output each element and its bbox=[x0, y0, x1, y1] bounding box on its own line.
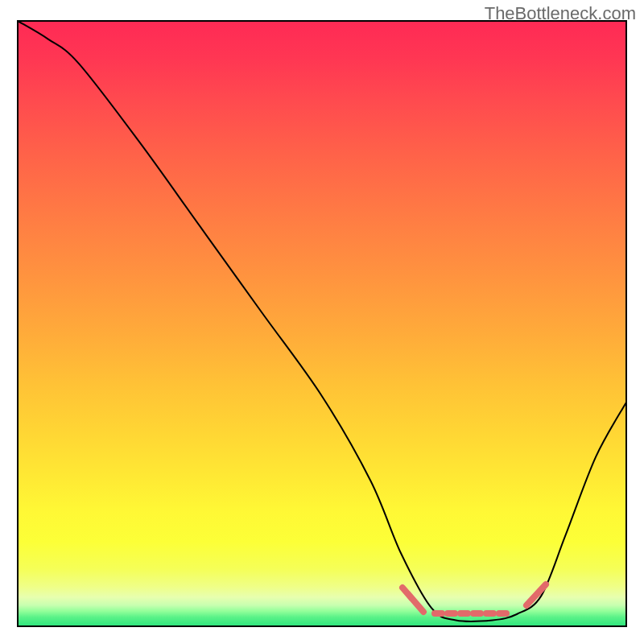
bottleneck-plot bbox=[0, 0, 644, 644]
gradient-fill bbox=[18, 21, 626, 626]
chart-container: TheBottleneck.com bbox=[0, 0, 644, 644]
